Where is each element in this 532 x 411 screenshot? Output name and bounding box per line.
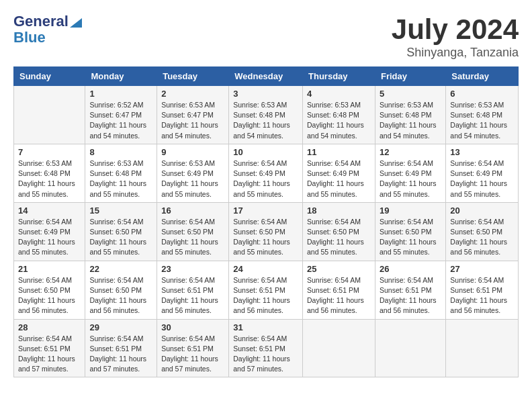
day-number: 5: [380, 89, 441, 99]
calendar-cell: 4Sunrise: 6:53 AM Sunset: 6:48 PM Daylig…: [303, 86, 375, 144]
calendar-cell: 2Sunrise: 6:53 AM Sunset: 6:47 PM Daylig…: [157, 86, 229, 144]
calendar-week-row: 1Sunrise: 6:52 AM Sunset: 6:47 PM Daylig…: [14, 86, 519, 144]
day-number: 2: [161, 89, 224, 99]
day-info: Sunrise: 6:54 AM Sunset: 6:51 PM Dayligh…: [161, 334, 224, 375]
day-number: 3: [233, 89, 298, 99]
day-info: Sunrise: 6:53 AM Sunset: 6:48 PM Dayligh…: [380, 100, 441, 141]
calendar-cell: 21Sunrise: 6:54 AM Sunset: 6:50 PM Dayli…: [14, 261, 85, 319]
day-info: Sunrise: 6:54 AM Sunset: 6:51 PM Dayligh…: [233, 334, 298, 375]
calendar-cell: 18Sunrise: 6:54 AM Sunset: 6:50 PM Dayli…: [303, 202, 375, 261]
day-info: Sunrise: 6:54 AM Sunset: 6:50 PM Dayligh…: [89, 275, 152, 316]
calendar-week-row: 28Sunrise: 6:54 AM Sunset: 6:51 PM Dayli…: [14, 319, 519, 377]
calendar-cell: 13Sunrise: 6:54 AM Sunset: 6:49 PM Dayli…: [446, 144, 519, 202]
day-number: 18: [307, 205, 371, 216]
day-number: 22: [89, 264, 152, 274]
weekday-header-friday: Friday: [375, 67, 445, 86]
calendar-cell: [375, 319, 445, 377]
day-number: 29: [89, 322, 152, 332]
day-info: Sunrise: 6:54 AM Sunset: 6:51 PM Dayligh…: [380, 275, 441, 316]
weekday-header-sunday: Sunday: [14, 67, 85, 86]
day-number: 10: [233, 147, 298, 157]
day-info: Sunrise: 6:53 AM Sunset: 6:48 PM Dayligh…: [233, 100, 298, 141]
day-info: Sunrise: 6:54 AM Sunset: 6:51 PM Dayligh…: [233, 275, 298, 316]
calendar-week-row: 21Sunrise: 6:54 AM Sunset: 6:50 PM Dayli…: [14, 261, 519, 319]
calendar-cell: 15Sunrise: 6:54 AM Sunset: 6:50 PM Dayli…: [85, 202, 157, 261]
calendar-week-row: 7Sunrise: 6:53 AM Sunset: 6:48 PM Daylig…: [14, 144, 519, 202]
day-number: 12: [380, 147, 441, 157]
calendar-title: July 2024: [392, 13, 519, 46]
calendar-table: SundayMondayTuesdayWednesdayThursdayFrid…: [13, 66, 519, 377]
day-info: Sunrise: 6:54 AM Sunset: 6:51 PM Dayligh…: [18, 334, 81, 375]
logo-text-general: General: [13, 13, 69, 30]
page-header: General Blue July 2024 Shinyanga, Tanzan…: [13, 13, 519, 60]
calendar-cell: 16Sunrise: 6:54 AM Sunset: 6:50 PM Dayli…: [157, 202, 229, 261]
day-info: Sunrise: 6:54 AM Sunset: 6:51 PM Dayligh…: [450, 275, 514, 316]
svg-marker-0: [70, 18, 82, 28]
day-number: 4: [307, 89, 371, 99]
calendar-cell: 25Sunrise: 6:54 AM Sunset: 6:51 PM Dayli…: [303, 261, 375, 319]
day-number: 9: [161, 147, 224, 157]
day-info: Sunrise: 6:53 AM Sunset: 6:48 PM Dayligh…: [450, 100, 514, 141]
calendar-cell: [14, 86, 85, 144]
calendar-cell: 10Sunrise: 6:54 AM Sunset: 6:49 PM Dayli…: [229, 144, 303, 202]
calendar-cell: 17Sunrise: 6:54 AM Sunset: 6:50 PM Dayli…: [229, 202, 303, 261]
calendar-cell: [303, 319, 375, 377]
calendar-week-row: 14Sunrise: 6:54 AM Sunset: 6:49 PM Dayli…: [14, 202, 519, 261]
day-number: 27: [450, 264, 514, 274]
calendar-cell: 30Sunrise: 6:54 AM Sunset: 6:51 PM Dayli…: [157, 319, 229, 377]
calendar-cell: 24Sunrise: 6:54 AM Sunset: 6:51 PM Dayli…: [229, 261, 303, 319]
calendar-cell: 23Sunrise: 6:54 AM Sunset: 6:51 PM Dayli…: [157, 261, 229, 319]
calendar-cell: 20Sunrise: 6:54 AM Sunset: 6:50 PM Dayli…: [446, 202, 519, 261]
day-number: 20: [450, 205, 514, 216]
calendar-cell: 11Sunrise: 6:54 AM Sunset: 6:49 PM Dayli…: [303, 144, 375, 202]
calendar-cell: 3Sunrise: 6:53 AM Sunset: 6:48 PM Daylig…: [229, 86, 303, 144]
day-number: 7: [18, 147, 81, 157]
calendar-cell: 12Sunrise: 6:54 AM Sunset: 6:49 PM Dayli…: [375, 144, 445, 202]
logo-bird-icon: [70, 13, 82, 28]
day-number: 8: [89, 147, 152, 157]
logo: General Blue: [13, 13, 82, 46]
calendar-cell: 5Sunrise: 6:53 AM Sunset: 6:48 PM Daylig…: [375, 86, 445, 144]
calendar-cell: 8Sunrise: 6:53 AM Sunset: 6:48 PM Daylig…: [85, 144, 157, 202]
day-info: Sunrise: 6:53 AM Sunset: 6:47 PM Dayligh…: [161, 100, 224, 141]
day-number: 11: [307, 147, 371, 157]
calendar-cell: [446, 319, 519, 377]
day-number: 17: [233, 205, 298, 216]
day-info: Sunrise: 6:54 AM Sunset: 6:50 PM Dayligh…: [307, 217, 371, 258]
day-number: 24: [233, 264, 298, 274]
calendar-location: Shinyanga, Tanzania: [392, 46, 519, 60]
calendar-cell: 29Sunrise: 6:54 AM Sunset: 6:51 PM Dayli…: [85, 319, 157, 377]
weekday-header-monday: Monday: [85, 67, 157, 86]
day-info: Sunrise: 6:54 AM Sunset: 6:51 PM Dayligh…: [307, 275, 371, 316]
day-number: 26: [380, 264, 441, 274]
day-number: 31: [233, 322, 298, 332]
day-info: Sunrise: 6:53 AM Sunset: 6:48 PM Dayligh…: [18, 158, 81, 199]
calendar-cell: 22Sunrise: 6:54 AM Sunset: 6:50 PM Dayli…: [85, 261, 157, 319]
day-number: 23: [161, 264, 224, 274]
day-number: 25: [307, 264, 371, 274]
day-info: Sunrise: 6:53 AM Sunset: 6:48 PM Dayligh…: [307, 100, 371, 141]
day-number: 14: [18, 205, 81, 216]
calendar-cell: 31Sunrise: 6:54 AM Sunset: 6:51 PM Dayli…: [229, 319, 303, 377]
day-info: Sunrise: 6:54 AM Sunset: 6:51 PM Dayligh…: [161, 275, 224, 316]
day-info: Sunrise: 6:53 AM Sunset: 6:49 PM Dayligh…: [161, 158, 224, 199]
calendar-cell: 28Sunrise: 6:54 AM Sunset: 6:51 PM Dayli…: [14, 319, 85, 377]
calendar-cell: 7Sunrise: 6:53 AM Sunset: 6:48 PM Daylig…: [14, 144, 85, 202]
weekday-header-saturday: Saturday: [446, 67, 519, 86]
weekday-header-thursday: Thursday: [303, 67, 375, 86]
day-number: 21: [18, 264, 81, 274]
day-info: Sunrise: 6:54 AM Sunset: 6:50 PM Dayligh…: [450, 217, 514, 258]
day-info: Sunrise: 6:54 AM Sunset: 6:50 PM Dayligh…: [233, 217, 298, 258]
calendar-cell: 26Sunrise: 6:54 AM Sunset: 6:51 PM Dayli…: [375, 261, 445, 319]
calendar-cell: 6Sunrise: 6:53 AM Sunset: 6:48 PM Daylig…: [446, 86, 519, 144]
day-info: Sunrise: 6:54 AM Sunset: 6:50 PM Dayligh…: [89, 217, 152, 258]
calendar-cell: 27Sunrise: 6:54 AM Sunset: 6:51 PM Dayli…: [446, 261, 519, 319]
day-info: Sunrise: 6:54 AM Sunset: 6:49 PM Dayligh…: [450, 158, 514, 199]
day-number: 15: [89, 205, 152, 216]
day-info: Sunrise: 6:54 AM Sunset: 6:51 PM Dayligh…: [89, 334, 152, 375]
day-info: Sunrise: 6:54 AM Sunset: 6:49 PM Dayligh…: [380, 158, 441, 199]
day-info: Sunrise: 6:54 AM Sunset: 6:49 PM Dayligh…: [233, 158, 298, 199]
day-info: Sunrise: 6:54 AM Sunset: 6:50 PM Dayligh…: [18, 275, 81, 316]
day-number: 13: [450, 147, 514, 157]
calendar-cell: 9Sunrise: 6:53 AM Sunset: 6:49 PM Daylig…: [157, 144, 229, 202]
